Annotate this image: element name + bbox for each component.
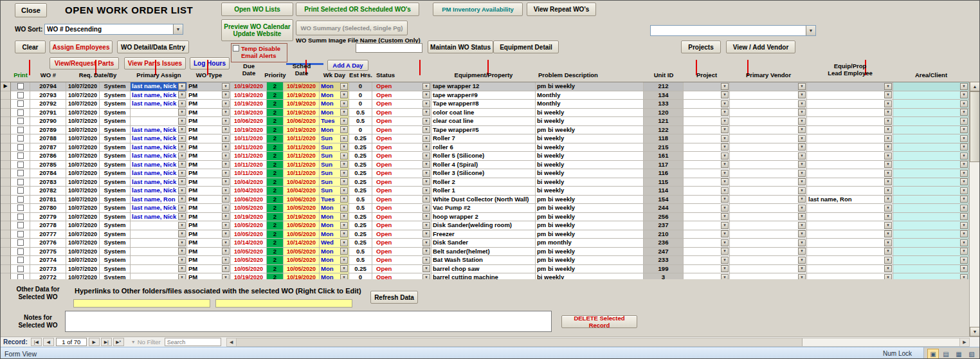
print-checkbox[interactable] xyxy=(17,248,24,255)
cell-vendor[interactable]: ▼ xyxy=(730,100,807,109)
cell-assign[interactable]: last name, Nick▼ xyxy=(131,204,187,213)
dropdown-arrow-icon[interactable]: ▼ xyxy=(884,152,892,160)
dropdown-arrow-icon[interactable]: ▼ xyxy=(422,135,430,142)
dropdown-arrow-icon[interactable]: ▼ xyxy=(721,109,729,116)
cell-type[interactable]: PM▼ xyxy=(187,187,231,196)
dropdown-arrow-icon[interactable]: ▼ xyxy=(798,213,806,220)
cell-vendor[interactable]: ▼ xyxy=(730,187,807,196)
cell-reqdate[interactable]: 10/07/2020 xyxy=(66,178,100,187)
cell-wkday[interactable]: Tues▼ xyxy=(320,117,349,126)
cell-project[interactable]: ▼ xyxy=(684,134,730,143)
dropdown-arrow-icon[interactable]: ▼ xyxy=(721,118,729,125)
cell-due[interactable]: 10/06/2020 xyxy=(231,196,267,205)
dropdown-arrow-icon[interactable]: ▼ xyxy=(721,239,729,246)
cell-reqdate[interactable]: 10/07/2020 xyxy=(66,265,100,274)
cell-equip[interactable]: Freezer xyxy=(431,230,536,239)
form-view-icon[interactable]: ▣ xyxy=(927,349,939,359)
cell-print[interactable] xyxy=(11,265,30,274)
dropdown-arrow-icon[interactable]: ▼ xyxy=(960,222,968,229)
dropdown-arrow-icon[interactable]: ▼ xyxy=(178,83,186,90)
dropdown-arrow-icon[interactable]: ▼ xyxy=(222,187,230,194)
cell-problem[interactable]: pm monthly xyxy=(536,239,644,248)
row-selector[interactable] xyxy=(1,213,11,222)
dropdown-arrow-icon[interactable]: ▼ xyxy=(884,170,892,177)
cell-area[interactable]: ▼ xyxy=(893,152,969,161)
cell-project[interactable]: ▼ xyxy=(684,109,730,118)
cell-print[interactable] xyxy=(11,213,30,222)
cell-sched[interactable]: 10/11/2020 xyxy=(284,134,320,143)
dropdown-arrow-icon[interactable]: ▼ xyxy=(721,274,729,279)
cell-equip[interactable]: barrel cutting machine xyxy=(431,273,536,279)
assign-employees-button[interactable]: Assign Employees xyxy=(50,41,113,53)
dropdown-arrow-icon[interactable]: ▼ xyxy=(798,83,806,90)
dropdown-arrow-icon[interactable]: ▼ xyxy=(798,205,806,212)
cell-est[interactable]: 0.25 xyxy=(349,187,372,196)
dropdown-arrow-icon[interactable]: ▼ xyxy=(798,239,806,246)
cell-reqby[interactable]: System xyxy=(100,143,131,152)
cell-due[interactable]: 10/11/2020 xyxy=(231,143,267,152)
cell-est[interactable]: 0.25 xyxy=(349,143,372,152)
cell-project[interactable]: ▼ xyxy=(684,273,730,279)
cell-sched[interactable]: 10/19/2020 xyxy=(284,273,320,279)
cell-reqby[interactable]: System xyxy=(100,230,131,239)
dropdown-arrow-icon[interactable]: ▼ xyxy=(340,230,348,237)
dropdown-arrow-icon[interactable]: ▼ xyxy=(884,196,892,203)
cell-lead[interactable]: ▼ xyxy=(807,126,893,135)
cell-lead[interactable]: last name, Ron▼ xyxy=(807,196,893,205)
cell-print[interactable] xyxy=(11,187,30,196)
cell-status[interactable]: Open▼ xyxy=(372,161,431,170)
dropdown-arrow-icon[interactable]: ▼ xyxy=(222,152,230,160)
dropdown-arrow-icon[interactable]: ▼ xyxy=(222,213,230,220)
cell-project[interactable]: ▼ xyxy=(684,213,730,222)
cell-priority[interactable]: 2 xyxy=(267,126,284,135)
cell-area[interactable]: ▼ xyxy=(893,204,969,213)
cell-unit[interactable]: 134 xyxy=(644,91,684,100)
dropdown-arrow-icon[interactable]: ▼ xyxy=(222,126,230,133)
print-checkbox[interactable] xyxy=(17,109,24,116)
cell-type[interactable]: PM▼ xyxy=(187,134,231,143)
cell-wo[interactable]: 20793 xyxy=(30,91,66,100)
cell-lead[interactable]: ▼ xyxy=(807,230,893,239)
cell-lead[interactable]: ▼ xyxy=(807,273,893,279)
cell-wkday[interactable]: Mon▼ xyxy=(320,204,349,213)
row-selector[interactable] xyxy=(1,126,11,135)
cell-reqdate[interactable]: 10/07/2020 xyxy=(66,221,100,230)
dropdown-arrow-icon[interactable]: ▼ xyxy=(340,248,348,255)
cell-project[interactable]: ▼ xyxy=(684,178,730,187)
cell-type[interactable]: PM▼ xyxy=(187,265,231,274)
dropdown-arrow-icon[interactable]: ▼ xyxy=(884,109,892,116)
dropdown-arrow-icon[interactable]: ▼ xyxy=(960,91,968,98)
cell-reqdate[interactable]: 10/07/2020 xyxy=(66,152,100,161)
cell-est[interactable]: 0.5 xyxy=(349,117,372,126)
cell-project[interactable]: ▼ xyxy=(684,169,730,178)
cell-type[interactable]: PM▼ xyxy=(187,169,231,178)
dropdown-arrow-icon[interactable]: ▼ xyxy=(178,230,186,237)
cell-sched[interactable]: 10/19/2020 xyxy=(284,126,320,135)
cell-sched[interactable]: 10/11/2020 xyxy=(284,152,320,161)
table-row[interactable]: 2078810/07/2020Systemlast name, Nick▼PM▼… xyxy=(1,134,969,143)
cell-assign[interactable]: last name, Nick▼ xyxy=(131,187,187,196)
cell-vendor[interactable]: ▼ xyxy=(730,230,807,239)
dropdown-arrow-icon[interactable]: ▼ xyxy=(960,100,968,107)
dropdown-arrow-icon[interactable]: ▼ xyxy=(178,109,186,116)
cell-sched[interactable]: 10/14/2020 xyxy=(284,239,320,248)
view-request-parts-button[interactable]: View/Request Parts xyxy=(50,57,119,69)
cell-unit[interactable]: 121 xyxy=(644,117,684,126)
cell-problem[interactable]: pm bi weekly xyxy=(536,265,644,274)
cell-due[interactable]: 10/11/2020 xyxy=(231,169,267,178)
cell-assign[interactable]: last name, Nick▼ xyxy=(131,100,187,109)
row-selector[interactable] xyxy=(1,161,11,170)
row-selector[interactable] xyxy=(1,204,11,213)
dropdown-arrow-icon[interactable]: ▼ xyxy=(960,126,968,133)
cell-reqdate[interactable]: 10/07/2020 xyxy=(66,273,100,279)
dropdown-arrow-icon[interactable]: ▼ xyxy=(960,152,968,160)
cell-reqby[interactable]: System xyxy=(100,256,131,265)
cell-status[interactable]: Open▼ xyxy=(372,117,431,126)
cell-print[interactable] xyxy=(11,91,30,100)
cell-equip[interactable]: Tape wrapper#5 xyxy=(431,126,536,135)
cell-equip[interactable]: tape wrapper#9 xyxy=(431,91,536,100)
dropdown-arrow-icon[interactable]: ▼ xyxy=(422,205,430,212)
cell-status[interactable]: Open▼ xyxy=(372,178,431,187)
delete-selected-record-button[interactable]: DELETE Selected Record xyxy=(561,315,637,328)
dropdown-arrow-icon[interactable]: ▼ xyxy=(960,178,968,185)
